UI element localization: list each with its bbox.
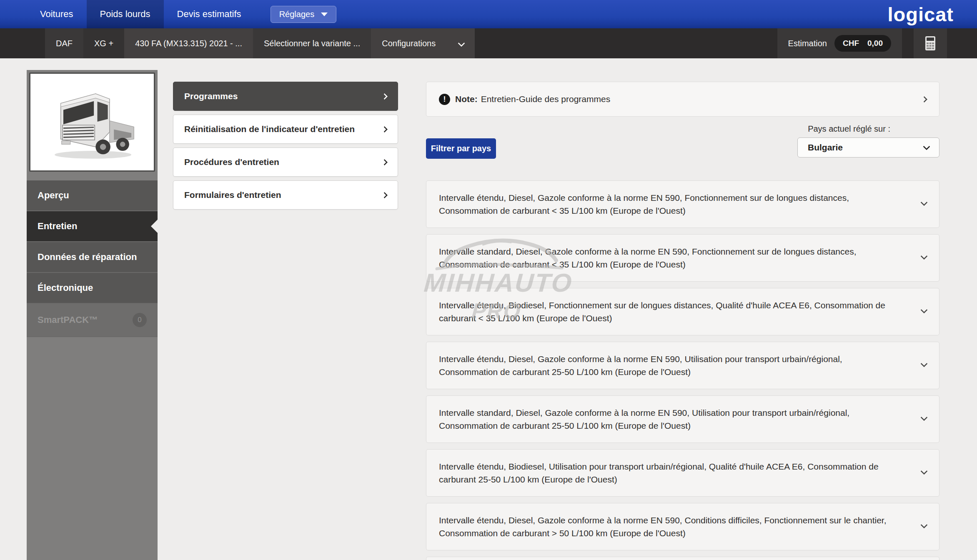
count-badge: 0 xyxy=(133,313,147,327)
breadcrumb-model[interactable]: XG + xyxy=(83,28,124,58)
program-text: Intervalle étendu, Biodiesel, Fonctionne… xyxy=(439,299,902,325)
chevron-right-icon xyxy=(381,126,388,132)
menu-item-label: Réinitialisation de l'indicateur d'entre… xyxy=(184,124,355,134)
program-text: Intervalle étendu, Biodiesel, Utilisatio… xyxy=(439,460,902,486)
menu-item-procedures[interactable]: Procédures d'entretien xyxy=(173,148,398,177)
program-text: Intervalle standard, Diesel, Gazole conf… xyxy=(439,245,902,271)
chevron-down-icon xyxy=(921,414,928,421)
menu-item-programmes[interactable]: Programmes xyxy=(173,82,398,111)
configurations-label: Configurations xyxy=(382,39,436,48)
sidebar-menu: Aperçu Entretien Données de réparation É… xyxy=(27,180,158,337)
chevron-down-icon xyxy=(921,199,928,206)
tab-voitures[interactable]: Voitures xyxy=(27,0,87,28)
sidebar-item-label: SmartPACK™ xyxy=(38,314,98,326)
program-text: Intervalle étendu, Diesel, Gazole confor… xyxy=(439,514,902,540)
chevron-down-icon xyxy=(458,40,465,47)
tab-poids-lourds[interactable]: Poids lourds xyxy=(87,0,164,28)
vehicle-toolbar: DAF XG + 430 FA (MX13.315) 2021 - ... Sé… xyxy=(0,28,977,58)
chevron-right-icon xyxy=(921,96,928,102)
program-text: Intervalle standard, Diesel, Gazole conf… xyxy=(439,406,902,432)
estimation-label: Estimation xyxy=(788,39,827,48)
sidebar-item-entretien[interactable]: Entretien xyxy=(27,211,158,242)
program-row[interactable]: Intervalle étendu, Diesel, Gazole confor… xyxy=(426,503,939,550)
current-country-label: Pays actuel réglé sur : xyxy=(764,124,939,134)
truck-image xyxy=(44,80,140,164)
country-select[interactable]: Bulgarie xyxy=(797,138,939,158)
estimation-amount: 0,00 xyxy=(867,39,883,48)
chevron-down-icon xyxy=(921,360,928,368)
settings-button[interactable]: Réglages xyxy=(271,6,337,23)
vehicle-sidebar: Aperçu Entretien Données de réparation É… xyxy=(27,70,158,560)
chevron-right-icon xyxy=(381,93,388,100)
program-row[interactable]: Intervalle étendu, Biodiesel, Utilisatio… xyxy=(426,449,939,497)
program-row[interactable]: Intervalle étendu, Biodiesel, Fonctionne… xyxy=(426,288,939,335)
currency-label: CHF xyxy=(843,39,859,48)
sidebar-item-donnees-de-reparation[interactable]: Données de réparation xyxy=(27,242,158,273)
calculator-button[interactable] xyxy=(914,28,947,58)
settings-button-label: Réglages xyxy=(279,10,315,19)
breadcrumb-type[interactable]: 430 FA (MX13.315) 2021 - ... xyxy=(124,28,253,58)
sidebar-item-apercu[interactable]: Aperçu xyxy=(27,180,158,211)
calculator-icon xyxy=(925,36,936,51)
note-banner[interactable]: ! Note: Entretien-Guide des programmes xyxy=(426,82,939,117)
chevron-right-icon xyxy=(381,192,388,198)
chevron-down-icon xyxy=(921,307,928,314)
sidebar-item-smartpack: SmartPACK™ 0 xyxy=(27,304,158,337)
program-row[interactable]: Intervalle étendu, Diesel, Gazole confor… xyxy=(426,342,939,389)
program-row[interactable]: Intervalle standard, Diesel, Gazole conf… xyxy=(426,234,939,282)
exclamation-circle-icon: ! xyxy=(439,94,450,105)
program-row[interactable]: Intervalle étendu, Diesel, Gazole confor… xyxy=(426,180,939,228)
program-row[interactable]: Intervalle standard, Diesel, Gazole conf… xyxy=(426,395,939,443)
menu-item-formulaires[interactable]: Formulaires d'entretien xyxy=(173,180,398,210)
sidebar-item-electronique[interactable]: Électronique xyxy=(27,273,158,304)
chevron-down-icon xyxy=(921,253,928,260)
filter-by-country-button[interactable]: Filtrer par pays xyxy=(426,138,496,159)
tab-devis-estimatifs[interactable]: Devis estimatifs xyxy=(164,0,255,28)
program-text: Intervalle étendu, Diesel, Gazole confor… xyxy=(439,191,902,217)
estimation-amount-pill: CHF 0,00 xyxy=(834,35,891,52)
breadcrumb-brand[interactable]: DAF xyxy=(45,28,83,58)
program-list: Intervalle étendu, Diesel, Gazole confor… xyxy=(426,180,939,560)
chevron-right-icon xyxy=(381,159,388,165)
program-row-partial[interactable] xyxy=(426,557,939,560)
chevron-down-icon xyxy=(921,468,928,475)
chevron-down-icon xyxy=(921,522,928,529)
vehicle-image-card xyxy=(29,72,155,172)
brand-logo: logicat xyxy=(888,3,954,26)
variant-selector[interactable]: Sélectionner la variante ... xyxy=(253,28,371,58)
menu-item-label: Formulaires d'entretien xyxy=(184,190,281,200)
menu-item-reinitialisation[interactable]: Réinitialisation de l'indicateur d'entre… xyxy=(173,115,398,144)
country-select-value: Bulgarie xyxy=(808,142,843,152)
configurations-dropdown[interactable]: Configurations xyxy=(371,28,475,58)
caret-down-icon xyxy=(321,12,328,16)
entretien-menu: Programmes Réinitialisation de l'indicat… xyxy=(173,82,398,213)
chevron-down-icon xyxy=(923,143,930,150)
menu-item-label: Procédures d'entretien xyxy=(184,157,279,167)
top-navbar: Voitures Poids lourds Devis estimatifs R… xyxy=(0,0,977,28)
menu-item-label: Programmes xyxy=(184,91,238,101)
program-text: Intervalle étendu, Diesel, Gazole confor… xyxy=(439,352,902,378)
note-label: Note: xyxy=(455,94,478,104)
programs-content: ! Note: Entretien-Guide des programmes F… xyxy=(426,82,939,117)
estimation-section: Estimation CHF 0,00 xyxy=(777,28,902,58)
note-text: Entretien-Guide des programmes xyxy=(481,94,610,104)
